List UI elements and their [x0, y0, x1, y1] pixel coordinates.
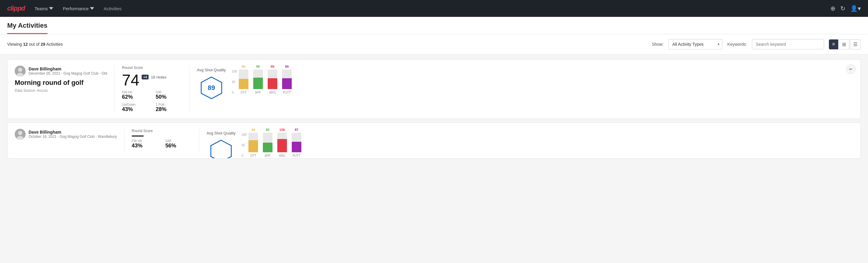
nav-right: ⊕ ↻ 👤▾	[830, 5, 861, 12]
quality-section-1: Avg Shot Quality 89 100 50	[197, 66, 316, 102]
bar-arg-fill-2	[277, 139, 287, 152]
round-score-section-2: Round Score FW Hit 43% GIR 56%	[132, 129, 192, 149]
bar-app-label-2: APP	[265, 154, 271, 157]
chart-section-2: 100 50 0 94 OTT 82	[242, 129, 326, 158]
activity-card-1: ✏ Dave Billingham December 05, 2021 - Go…	[7, 59, 861, 119]
bars-1: 85 OTT 90 APP	[239, 66, 292, 94]
viewing-of-label: out of	[29, 42, 39, 47]
data-source-1: Data Source: Arccos	[15, 88, 107, 93]
stat-val-gir-2: 56%	[165, 143, 192, 149]
activity-title-1: Morning round of golf	[15, 79, 107, 87]
search-input[interactable]	[752, 39, 824, 49]
bar-putt-1: 89 PUTT	[282, 65, 292, 94]
bar-arg-2: 106 ARG	[277, 128, 287, 157]
bar-putt-value-1: 89	[285, 65, 289, 68]
viewing-label: Viewing	[7, 42, 22, 47]
y-label-100: 100	[232, 70, 237, 73]
bar-arg-value-1: 89	[271, 65, 274, 68]
nav-item-activities[interactable]: Activities	[104, 6, 122, 11]
bar-ott-label-2: OTT	[250, 154, 256, 157]
navigation: clippd Teams Performance Activities ⊕ ↻ …	[0, 0, 868, 17]
bar-putt-label-1: PUTT	[283, 91, 291, 94]
bar-app-bg-1	[253, 69, 263, 89]
quality-label-2: Avg Shot Quality	[207, 131, 236, 136]
bar-putt-label-2: PUTT	[292, 154, 301, 157]
bar-ott-value-2: 94	[251, 128, 255, 132]
y-label-0: 0	[232, 91, 237, 94]
stat-gir-2: GIR 56%	[165, 139, 192, 149]
user-date-2: October 16, 2021 - Gog Magog Golf Club -…	[29, 135, 117, 139]
nav-performance-label: Performance	[63, 6, 89, 11]
nav-left: clippd Teams Performance Activities	[7, 4, 122, 12]
stat-1putt-1: 1 Putt 28%	[155, 103, 182, 113]
quality-label-1: Avg Shot Quality	[197, 68, 226, 72]
svg-marker-7	[211, 140, 231, 159]
bar-arg-value-2: 106	[279, 128, 285, 132]
hexagon-wrap-2	[207, 139, 236, 159]
round-score-label-2: Round Score	[132, 129, 192, 133]
logo[interactable]: clippd	[7, 4, 25, 12]
hexagon-2	[209, 139, 233, 159]
user-profile-icon[interactable]: 👤▾	[850, 5, 861, 12]
bar-app-label-1: APP	[255, 91, 261, 94]
bar-putt-fill-2	[292, 142, 301, 152]
bar-chart-container-2: 100 50 0 94 OTT 82	[242, 129, 326, 158]
bar-putt-fill-1	[282, 78, 292, 89]
stat-fw-hit-1: FW Hit 62%	[122, 90, 148, 100]
page-header: My Activities	[0, 17, 868, 34]
card-left-2: Dave Billingham October 16, 2021 - Gog M…	[15, 129, 117, 142]
card-left-1: Dave Billingham December 05, 2021 - Gog …	[15, 66, 107, 93]
y-label-50-2: 50	[242, 144, 247, 147]
bar-putt-bg-1	[282, 69, 292, 89]
card-divider-4	[199, 129, 199, 152]
stat-name-fw-2: FW Hit	[132, 139, 158, 143]
bar-arg-label-1: ARG	[269, 91, 276, 94]
quality-wrapper-2: Avg Shot Quality	[207, 131, 236, 159]
bar-app-2: 82 APP	[263, 128, 273, 157]
activity-type-select-wrapper[interactable]: All Activity Types	[668, 39, 722, 49]
user-date-1: December 05, 2021 - Gog Magog Golf Club …	[29, 71, 107, 76]
bar-app-1: 90 APP	[253, 65, 263, 94]
filter-bar: Viewing 12 out of 29 Activities Show: Al…	[0, 34, 868, 55]
bar-ott-bg-2	[248, 133, 258, 152]
viewing-count: 12	[23, 42, 28, 47]
card-divider-2	[189, 66, 189, 113]
activity-type-select[interactable]: All Activity Types	[668, 39, 722, 49]
bar-arg-1: 89 ARG	[268, 65, 277, 94]
add-icon[interactable]: ⊕	[830, 5, 836, 12]
user-details-2: Dave Billingham October 16, 2021 - Gog M…	[29, 130, 117, 139]
round-score-label-1: Round Score	[122, 66, 182, 70]
user-name-2: Dave Billingham	[29, 130, 117, 135]
stat-val-1putt: 28%	[155, 106, 182, 113]
edit-button-1[interactable]: ✏	[846, 64, 856, 74]
activities-content: ✏ Dave Billingham December 05, 2021 - Go…	[0, 55, 868, 164]
total-count: 29	[40, 42, 45, 47]
stat-name-gir-2: GIR	[165, 139, 192, 143]
bar-arg-label-2: ARG	[279, 154, 285, 157]
hexagon-wrap-1: 89	[197, 76, 226, 100]
chevron-down-icon	[49, 6, 53, 10]
round-score-row-1: 74 +4 18 Holes	[122, 72, 182, 88]
stat-val-gir: 50%	[155, 94, 182, 100]
stat-val-fw-2: 43%	[132, 143, 158, 149]
stat-gir-1: GIR 50%	[155, 90, 182, 100]
bar-ott-fill-2	[248, 140, 258, 152]
avatar-1	[15, 66, 26, 77]
y-label-0-2: 0	[242, 154, 247, 157]
bars-2: 94 OTT 82 APP	[248, 129, 301, 157]
user-details-1: Dave Billingham December 05, 2021 - Gog …	[29, 66, 107, 76]
list-view-btn[interactable]: ≡	[829, 39, 838, 49]
nav-item-teams[interactable]: Teams	[35, 6, 53, 11]
bar-app-fill-1	[253, 78, 263, 89]
stat-grid-2: FW Hit 43% GIR 56%	[132, 139, 192, 149]
compact-view-btn[interactable]: ☰	[850, 39, 861, 49]
quality-section-2: Avg Shot Quality 100 50 0	[207, 129, 326, 158]
view-toggles: ≡ ⊞ ☰	[829, 39, 861, 49]
activities-label: Activities	[46, 42, 63, 47]
refresh-icon[interactable]: ↻	[840, 5, 845, 12]
bar-putt-2: 87 PUTT	[292, 128, 301, 157]
y-label-50: 50	[232, 80, 237, 84]
y-axis-1: 100 50 0	[232, 66, 237, 94]
nav-item-performance[interactable]: Performance	[63, 6, 94, 11]
grid-view-btn[interactable]: ⊞	[839, 39, 849, 49]
